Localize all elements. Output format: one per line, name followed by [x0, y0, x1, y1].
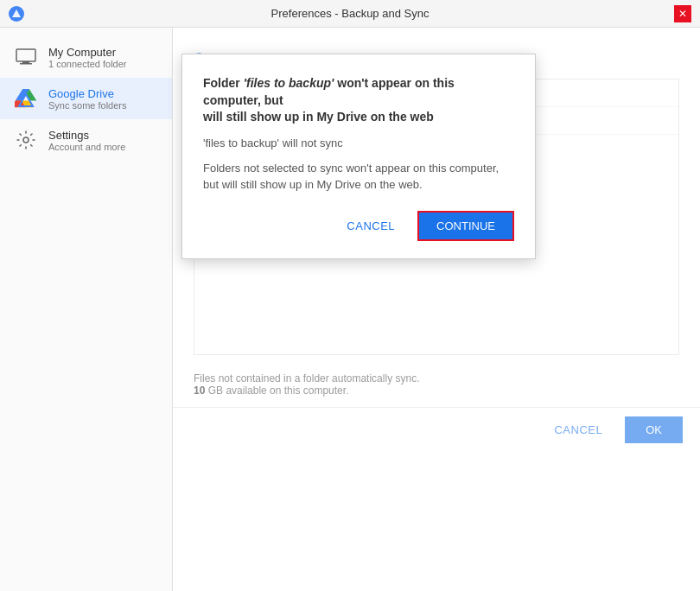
sidebar-my-computer-sublabel: 1 connected folder — [48, 59, 127, 69]
sidebar-item-settings[interactable]: Settings Account and more — [0, 119, 172, 161]
computer-icon — [14, 45, 38, 69]
sidebar: My Computer 1 connected folder — [0, 28, 173, 591]
sidebar-item-settings-text: Settings Account and more — [48, 129, 125, 152]
sidebar-google-drive-label: Google Drive — [48, 87, 126, 100]
sidebar-item-google-drive-text: Google Drive Sync some folders — [48, 87, 126, 111]
modal-continue-button[interactable]: CONTINUE — [417, 211, 514, 241]
google-drive-icon — [14, 86, 38, 111]
svg-marker-0 — [12, 10, 21, 17]
modal-desc: Folders not selected to sync won't appea… — [203, 160, 514, 194]
sidebar-item-my-computer[interactable]: My Computer 1 connected folder — [0, 36, 172, 78]
modal-title-folder: 'files to backup' — [244, 76, 334, 90]
main-container: My Computer 1 connected folder — [0, 28, 700, 591]
modal-subtitle: 'files to backup' will not sync — [203, 137, 514, 149]
title-bar: Preferences - Backup and Sync ✕ — [0, 0, 700, 28]
content-area: Sync only these folders (14 MB selected)… — [173, 28, 700, 591]
modal-title-bold2: My Drive on the web — [316, 110, 433, 124]
svg-rect-3 — [20, 63, 32, 65]
title-text: Preferences - Backup and Sync — [271, 7, 430, 20]
title-bar-left — [9, 6, 24, 22]
sidebar-google-drive-sublabel: Sync some folders — [48, 100, 126, 111]
modal-dialog: Folder 'files to backup' won't appear on… — [181, 54, 536, 259]
modal-title: Folder 'files to backup' won't appear on… — [203, 75, 514, 126]
sidebar-settings-label: Settings — [48, 129, 125, 142]
modal-title-part1: Folder — [203, 76, 244, 90]
sidebar-item-my-computer-text: My Computer 1 connected folder — [48, 46, 127, 69]
svg-rect-2 — [22, 61, 29, 63]
close-button[interactable]: ✕ — [674, 5, 691, 22]
sidebar-item-google-drive[interactable]: Google Drive Sync some folders — [0, 78, 172, 119]
app-icon — [9, 6, 24, 22]
modal-cancel-button[interactable]: CANCEL — [333, 211, 409, 241]
modal-title-part3: will still show up in — [203, 110, 316, 124]
sidebar-my-computer-label: My Computer — [48, 46, 127, 59]
svg-rect-1 — [16, 49, 35, 61]
sidebar-settings-sublabel: Account and more — [48, 142, 125, 152]
modal-buttons: CANCEL CONTINUE — [203, 211, 514, 241]
svg-point-12 — [23, 137, 29, 143]
svg-marker-11 — [19, 94, 33, 106]
settings-icon — [14, 128, 38, 152]
